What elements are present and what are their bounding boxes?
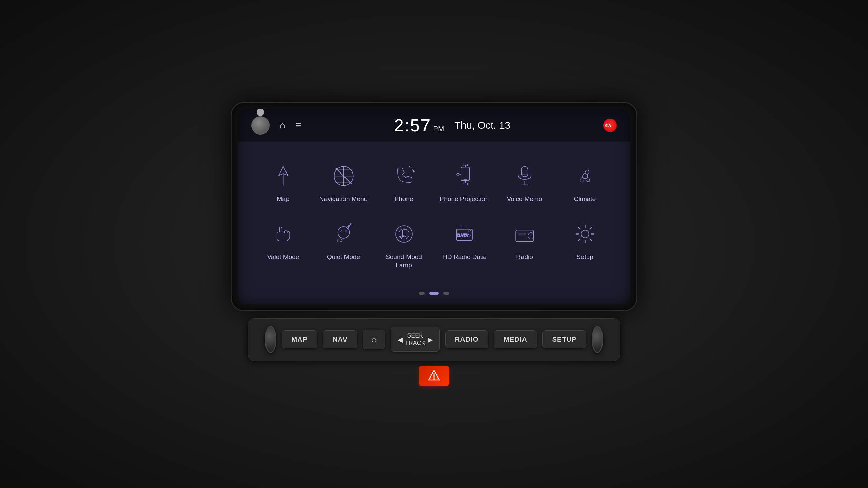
header-left: ⌂ ≡	[251, 116, 301, 135]
menu-grid: Map Navig	[238, 142, 630, 286]
media-button[interactable]: MEDIA	[494, 330, 537, 348]
hazard-area	[419, 366, 449, 386]
svg-rect-15	[463, 183, 467, 185]
date-display: Thu, Oct. 13	[454, 120, 510, 131]
svg-point-45	[433, 378, 435, 380]
seek-next-button[interactable]: ▶	[428, 336, 433, 344]
menu-item-valet[interactable]: Valet Mode	[255, 214, 312, 276]
setup-button[interactable]: SETUP	[542, 330, 587, 348]
screen: ⌂ ≡ 2:57 PM Thu, Oct. 13 KIA	[238, 109, 630, 304]
menu-item-voice-memo[interactable]: Voice Memo	[496, 156, 553, 210]
climate-icon	[571, 162, 598, 189]
nav-button[interactable]: NAV	[323, 330, 357, 348]
pagination-dot-1[interactable]	[419, 292, 425, 295]
map-button[interactable]: MAP	[282, 330, 317, 348]
climate-label: Climate	[574, 195, 596, 203]
svg-rect-10	[461, 167, 469, 180]
menu-item-hd-radio[interactable]: DATA HD Radio Data	[436, 214, 493, 276]
time-ampm: PM	[433, 125, 444, 134]
phone-label: Phone	[395, 195, 413, 203]
right-knob[interactable]	[592, 326, 603, 353]
navigation-label: Navigation Menu	[319, 195, 368, 203]
svg-text:KIA: KIA	[605, 123, 611, 127]
header-bar: ⌂ ≡ 2:57 PM Thu, Oct. 13 KIA	[238, 109, 630, 142]
svg-marker-9	[413, 170, 415, 173]
screen-bezel: ⌂ ≡ 2:57 PM Thu, Oct. 13 KIA	[231, 102, 637, 311]
hazard-button[interactable]	[419, 366, 449, 386]
favorite-button[interactable]: ☆	[363, 330, 385, 349]
time-value: 2:57	[394, 115, 431, 136]
svg-point-42	[581, 230, 589, 238]
map-icon	[270, 162, 297, 189]
menu-item-map[interactable]: Map	[255, 156, 312, 210]
menu-item-radio[interactable]: Radio	[496, 214, 553, 276]
valet-label: Valet Mode	[267, 253, 299, 261]
svg-line-31	[402, 229, 406, 230]
hd-radio-label: HD Radio Data	[442, 253, 486, 261]
voice-memo-icon	[511, 162, 538, 189]
kia-badge: KIA	[603, 119, 617, 132]
svg-point-16	[457, 173, 459, 176]
home-icon[interactable]: ⌂	[280, 120, 285, 131]
navigation-icon	[330, 162, 357, 189]
seek-prev-button[interactable]: ◀	[398, 336, 403, 344]
pagination-dot-2[interactable]	[429, 292, 439, 295]
valet-icon	[270, 220, 297, 247]
time-display: 2:57 PM	[394, 115, 444, 136]
seek-track-group: ◀ SEEK TRACK ▶	[391, 327, 440, 352]
header-center: 2:57 PM Thu, Oct. 13	[311, 115, 593, 136]
phone-icon	[390, 162, 417, 189]
pagination	[238, 287, 630, 304]
sound-mood-icon	[390, 220, 417, 247]
menu-item-phone[interactable]: Phone	[375, 156, 432, 210]
seek-label: SEEK	[407, 332, 423, 340]
menu-icon[interactable]: ≡	[296, 120, 301, 131]
menu-item-sound-mood[interactable]: Sound Mood Lamp	[375, 214, 432, 276]
dashboard: ⌂ ≡ 2:57 PM Thu, Oct. 13 KIA	[214, 102, 654, 386]
track-label: TRACK	[405, 340, 426, 347]
menu-item-climate[interactable]: Climate	[556, 156, 613, 210]
map-label: Map	[277, 195, 290, 203]
phone-projection-label: Phone Projection	[440, 195, 489, 203]
menu-item-phone-projection[interactable]: Phone Projection	[436, 156, 493, 210]
quiet-icon: z z z	[330, 220, 357, 247]
header-right: KIA	[603, 119, 617, 132]
phone-projection-icon	[451, 162, 478, 189]
hd-radio-icon: DATA	[451, 220, 478, 247]
svg-text:z: z	[350, 223, 351, 226]
left-knob[interactable]	[265, 326, 276, 353]
menu-item-navigation[interactable]: Navigation Menu	[315, 156, 372, 210]
svg-rect-18	[521, 166, 528, 177]
avatar[interactable]	[251, 116, 270, 135]
svg-text:DATA: DATA	[457, 233, 468, 238]
svg-point-29	[396, 226, 412, 242]
radio-button[interactable]: RADIO	[445, 330, 488, 348]
sound-mood-label: Sound Mood Lamp	[379, 253, 429, 269]
quiet-label: Quiet Mode	[327, 253, 360, 261]
menu-item-quiet[interactable]: z z z Quiet Mode	[315, 214, 372, 276]
menu-item-setup[interactable]: Setup	[556, 214, 613, 276]
controls-bar: MAP NAV ☆ ◀ SEEK TRACK ▶ RADIO MEDIA SET…	[248, 318, 620, 361]
setup-icon	[571, 220, 598, 247]
voice-memo-label: Voice Memo	[507, 195, 542, 203]
radio-label: Radio	[516, 253, 533, 261]
pagination-dot-3[interactable]	[443, 292, 449, 295]
setup-label: Setup	[576, 253, 593, 261]
radio-icon	[511, 220, 538, 247]
svg-point-30	[399, 229, 409, 239]
